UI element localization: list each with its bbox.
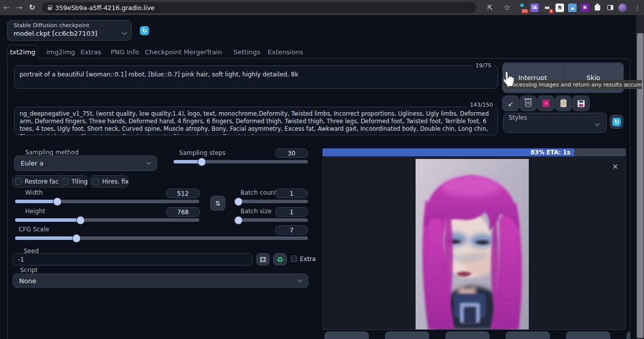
script-dropdown[interactable]: None [13,274,308,288]
seed-input[interactable]: -1 [13,253,253,266]
random-seed-dice-button[interactable]: ⚃ [256,253,270,266]
checkpoint-block: Stable Diffusion checkpoint model.ckpt [… [7,20,132,41]
checkpoint-label: Stable Diffusion checkpoint [14,22,90,29]
width-label: Width [25,189,43,196]
apply-style-button[interactable] [555,96,572,111]
cfg-scale-slider[interactable] [15,236,308,240]
gallery-actions-row [325,331,630,339]
floppy-icon [578,100,585,107]
gallery-action-button[interactable] [445,331,490,339]
prompt-textarea[interactable]: portrait of a beautiful [woman::0.1] rob… [14,65,498,89]
swap-dimensions-button[interactable]: ⇅ [210,196,225,211]
browser-toolbar: ← → ↻ 359e5b9a-a5ff-4216.gradio.live ⇱ ☆… [0,0,644,15]
save-style-button[interactable] [573,96,590,111]
batch-size-slider[interactable] [236,218,308,222]
batch-size-label: Batch size [240,208,272,215]
chevron-down-icon [122,30,127,35]
mouse-cursor [501,71,515,88]
tab-extras[interactable]: Extras [80,48,101,56]
batch-count-label: Batch count [240,189,277,196]
forward-icon[interactable]: → [13,3,26,12]
restore-faces-checkbox[interactable] [15,178,22,185]
card-icon [542,100,549,107]
sampling-steps-label: Sampling steps [179,149,225,156]
extension-notion-icon[interactable]: N [555,4,564,12]
script-label: Script [20,267,38,274]
cfg-scale-value[interactable]: 7 [275,225,308,235]
tab-png-info[interactable]: PNG Info [111,48,139,56]
tiling-label: Tiling [71,178,88,185]
interrupt-tooltip: processing images and return any results… [504,80,642,89]
refresh-icon: ↻ [612,118,621,126]
batch-count-value[interactable]: 1 [275,189,308,198]
reload-icon[interactable]: ↻ [26,3,39,12]
tab-extensions[interactable]: Extensions [268,48,303,56]
sampling-method-label: Sampling method [25,149,78,156]
checkpoint-refresh-button[interactable]: ↻ [140,26,149,35]
width-slider[interactable] [15,200,199,203]
progress-bar: 83% ETA: 1s [323,148,626,156]
chevron-down-icon [146,160,151,165]
browser-menu-icon[interactable]: ⋮ [631,4,644,12]
seed-extra-checkbox[interactable] [291,256,297,262]
height-value[interactable]: 768 [166,207,200,217]
scrollbar-thumb[interactable] [637,33,643,338]
tab-settings[interactable]: Settings [233,48,260,56]
gallery-action-button[interactable] [566,331,610,339]
cfg-scale-label: CFG Scale [19,226,49,233]
extension-onenote-icon[interactable]: N [581,4,589,12]
clear-prompt-button[interactable] [520,96,537,111]
sampling-steps-slider[interactable] [174,160,308,163]
batch-count-slider[interactable] [236,200,308,203]
negative-prompt-textarea[interactable]: ng_deepnegative_v1_75t, (worst quality, … [14,107,498,135]
sampling-steps-value[interactable]: 30 [275,148,308,158]
reuse-seed-recycle-button[interactable]: ♻ [273,253,287,266]
image-viewer: × [323,157,626,330]
sampling-method-dropdown[interactable]: Euler a [14,155,157,171]
hires-fix-checkbox[interactable] [93,178,99,185]
batch-size-value[interactable]: 1 [275,207,308,217]
trash-icon [525,100,531,107]
extra-networks-button[interactable] [537,96,554,111]
extensions-puzzle-icon[interactable] [593,4,602,12]
seed-extra-label: Extra [300,256,316,263]
tab-train[interactable]: Train [206,48,222,56]
tab-checkpoint-merger[interactable]: Checkpoint Merger [145,48,207,56]
gallery-action-button[interactable] [325,331,369,339]
extension-tasks-icon[interactable]: 21 [518,4,526,12]
chevron-down-icon [298,277,303,282]
prompt-token-counter: 19/75 [473,62,494,69]
extension-ia-icon[interactable]: IA [530,4,539,12]
lock-icon [48,7,52,10]
tab-img2img[interactable]: img2img [46,48,75,56]
styles-block[interactable]: Styles [503,113,607,133]
tab-txt2img[interactable]: txt2img [7,45,38,59]
sidepanel-icon[interactable] [606,4,614,12]
checkpoint-dropdown[interactable]: model.ckpt [cc6cb27103] [14,30,126,37]
progress-fill: 83% ETA: 1s [323,148,574,156]
extension-image-icon[interactable] [568,4,577,12]
generated-image[interactable] [416,159,529,330]
clipboard-icon [560,100,567,107]
back-icon[interactable]: ← [0,3,13,12]
profile-avatar[interactable] [618,4,627,12]
styles-label: Styles [509,114,527,121]
progress-text: 83% ETA: 1s [531,149,571,156]
width-value[interactable]: 512 [166,189,200,198]
close-icon[interactable]: × [612,163,618,171]
address-bar[interactable]: 359e5b9a-a5ff-4216.gradio.live [42,2,476,13]
chevron-down-icon [595,121,600,126]
gallery-action-button[interactable] [626,331,630,339]
height-slider[interactable] [15,218,199,222]
share-icon[interactable]: ⇱ [484,4,497,12]
styles-refresh-button[interactable]: ↻ [610,115,623,129]
hires-fix-label: Hires. fix [102,178,129,185]
page-scrollbar[interactable] [636,15,644,339]
bookmark-star-icon[interactable]: ☆ [501,3,514,12]
gallery-action-button[interactable] [385,331,429,339]
read-params-button[interactable]: ↙ [502,96,519,111]
extension-dark-icon[interactable]: 1 [543,4,551,12]
tiling-checkbox[interactable] [62,178,68,185]
url-text: 359e5b9a-a5ff-4216.gradio.live [55,4,155,12]
gallery-action-button[interactable] [506,331,550,339]
